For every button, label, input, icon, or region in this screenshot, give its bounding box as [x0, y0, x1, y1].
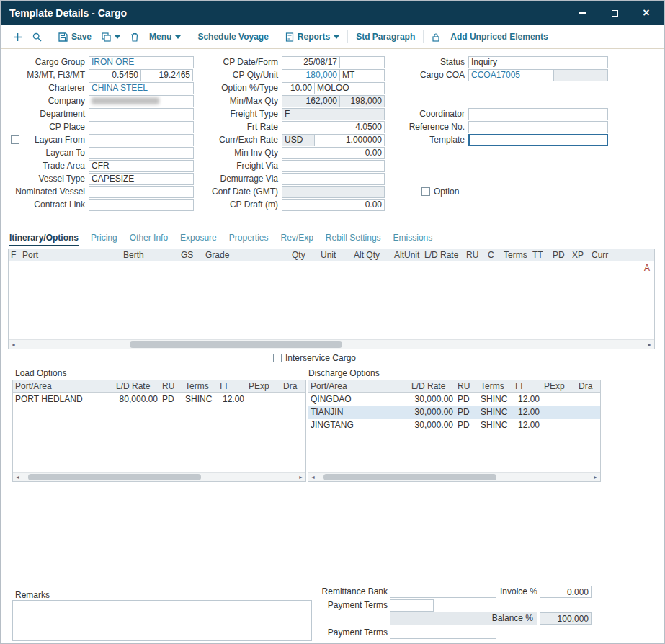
- add-button[interactable]: [8, 32, 27, 42]
- payment-terms-field[interactable]: [390, 599, 434, 612]
- conf-date-field[interactable]: [282, 186, 385, 198]
- column-header[interactable]: L/D Rate: [114, 381, 160, 391]
- company-field[interactable]: [89, 95, 194, 107]
- cp-qty-field[interactable]: 180,000: [282, 69, 340, 81]
- column-header[interactable]: PExp: [542, 381, 576, 391]
- column-header[interactable]: RU: [464, 250, 486, 260]
- tab-other-info[interactable]: Other Info: [130, 233, 168, 246]
- scroll-right-arrow[interactable]: ►: [645, 340, 654, 349]
- cp-unit-field[interactable]: MT: [339, 69, 385, 81]
- scrollbar-thumb[interactable]: [130, 341, 342, 348]
- column-header[interactable]: Curr: [589, 250, 618, 260]
- remarks-textarea[interactable]: [12, 600, 312, 641]
- template-field[interactable]: [468, 134, 608, 146]
- close-button[interactable]: ×: [641, 8, 651, 18]
- tab-rev-exp[interactable]: Rev/Exp: [281, 233, 313, 246]
- tab-properties[interactable]: Properties: [229, 233, 269, 246]
- min-qty-field[interactable]: 162,000: [282, 95, 340, 107]
- charterer-field[interactable]: CHINA STEEL: [89, 82, 194, 94]
- column-header[interactable]: AltUnit: [392, 250, 422, 260]
- column-header[interactable]: Alt Qty: [352, 250, 392, 260]
- reports-button[interactable]: Reports: [280, 32, 344, 42]
- add-unpriced-elements-button[interactable]: Add Unpriced Elements: [445, 32, 553, 42]
- cp-form-field[interactable]: [339, 56, 385, 68]
- column-header[interactable]: RU: [455, 381, 478, 391]
- demurrage-via-field[interactable]: [282, 173, 385, 185]
- table-row[interactable]: JINGTANG 30,000.00 PD SHINC 12.00: [308, 419, 600, 431]
- status-field[interactable]: Inquiry: [468, 56, 608, 68]
- trade-area-field[interactable]: CFR: [89, 160, 194, 172]
- column-header[interactable]: C: [486, 250, 501, 260]
- schedule-voyage-button[interactable]: Schedule Voyage: [192, 32, 273, 42]
- department-field[interactable]: [89, 108, 194, 120]
- scrollbar-thumb[interactable]: [323, 474, 496, 480]
- column-header[interactable]: F: [9, 250, 20, 260]
- tab-rebill-settings[interactable]: Rebill Settings: [326, 233, 381, 246]
- menu-button[interactable]: Menu: [144, 32, 186, 42]
- table-row-selected[interactable]: TIANJIN 30,000.00 PD SHINC 12.00: [308, 406, 600, 419]
- balance-pct-field[interactable]: 100.000: [540, 612, 592, 625]
- scroll-right-arrow[interactable]: ►: [296, 473, 305, 482]
- cargo-coa-field[interactable]: CCOA17005: [468, 69, 554, 81]
- horizontal-scrollbar-track[interactable]: [22, 473, 296, 482]
- search-button[interactable]: [27, 32, 47, 42]
- column-header[interactable]: Port/Area: [308, 381, 409, 391]
- freight-type-field[interactable]: F: [282, 108, 385, 120]
- column-header[interactable]: L/D Rate: [422, 250, 464, 260]
- column-header[interactable]: TT: [216, 381, 246, 391]
- column-header[interactable]: TT: [530, 250, 550, 260]
- minimize-button[interactable]: [578, 8, 588, 18]
- copy-button[interactable]: [97, 32, 125, 42]
- m3-mt-field[interactable]: 0.5450: [89, 69, 141, 81]
- itinerary-grid-body[interactable]: A: [9, 261, 654, 339]
- column-header[interactable]: Dra: [281, 381, 305, 391]
- exch-rate-field[interactable]: 1.000000: [314, 134, 385, 146]
- delete-button[interactable]: [125, 32, 144, 42]
- save-button[interactable]: Save: [53, 32, 97, 42]
- column-header[interactable]: PD: [550, 250, 570, 260]
- column-header[interactable]: Terms: [501, 250, 530, 260]
- interservice-cargo-checkbox[interactable]: [273, 354, 282, 362]
- column-header[interactable]: Terms: [478, 381, 512, 391]
- tab-pricing[interactable]: Pricing: [91, 233, 117, 246]
- invoice-pct-field[interactable]: 0.000: [540, 586, 592, 598]
- cargo-coa-aux-field[interactable]: [553, 69, 608, 81]
- reference-no-field[interactable]: [468, 121, 608, 133]
- scrollbar-thumb[interactable]: [28, 474, 201, 480]
- column-header[interactable]: Berth: [121, 250, 179, 260]
- column-header[interactable]: L/D Rate: [409, 381, 455, 391]
- column-header[interactable]: Dra: [576, 381, 600, 391]
- laycan-to-field[interactable]: [89, 147, 194, 159]
- table-row[interactable]: QINGDAO 30,000.00 PD SHINC 12.00: [308, 393, 600, 406]
- scroll-left-arrow[interactable]: ◄: [308, 473, 318, 482]
- freight-via-field[interactable]: [282, 160, 385, 172]
- column-header[interactable]: TT: [512, 381, 542, 391]
- std-paragraph-button[interactable]: Std Paragraph: [351, 32, 420, 42]
- column-header[interactable]: RU: [160, 381, 183, 391]
- table-row[interactable]: PORT HEDLAND 80,000.00 PD SHINC 12.00: [13, 393, 305, 406]
- option-checkbox[interactable]: [421, 187, 430, 196]
- nominated-vessel-field[interactable]: [89, 186, 194, 198]
- scroll-right-arrow[interactable]: ►: [591, 473, 600, 482]
- cp-draft-field[interactable]: 0.00: [282, 199, 385, 211]
- laycan-from-field[interactable]: [89, 134, 194, 146]
- horizontal-scrollbar-track[interactable]: [318, 473, 591, 482]
- scroll-left-arrow[interactable]: ◄: [13, 473, 22, 482]
- column-header[interactable]: Qty: [290, 250, 318, 260]
- max-qty-field[interactable]: 198,000: [339, 95, 385, 107]
- payment-terms-2-field[interactable]: [390, 627, 496, 639]
- option-type-field[interactable]: MOLOO: [314, 82, 385, 94]
- column-header[interactable]: Port: [20, 250, 121, 260]
- column-header[interactable]: GS: [179, 250, 203, 260]
- cp-date-field[interactable]: 25/08/17: [282, 56, 340, 68]
- frt-rate-field[interactable]: 4.0500: [282, 121, 385, 133]
- scroll-left-arrow[interactable]: ◄: [9, 340, 18, 349]
- column-header[interactable]: Unit: [318, 250, 352, 260]
- cp-place-field[interactable]: [89, 121, 194, 133]
- coordinator-field[interactable]: [468, 108, 608, 120]
- option-pct-field[interactable]: 10.00: [282, 82, 315, 94]
- ft3-mt-field[interactable]: 19.2465: [140, 69, 193, 81]
- tab-emissions[interactable]: Emissions: [393, 233, 433, 246]
- tab-exposure[interactable]: Exposure: [180, 233, 217, 246]
- vessel-type-field[interactable]: CAPESIZE: [89, 173, 194, 185]
